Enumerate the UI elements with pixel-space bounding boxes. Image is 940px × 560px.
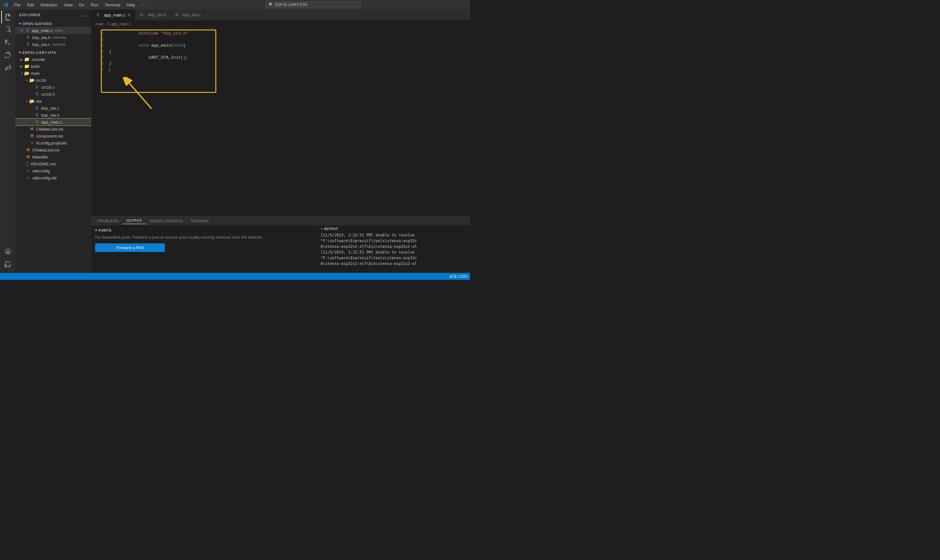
menu-file[interactable]: File bbox=[11, 2, 23, 8]
c-icon: C bbox=[34, 84, 40, 90]
folder-crc16[interactable]: ▾ 📂 crc16 bbox=[15, 77, 91, 84]
file-sdkconfig[interactable]: ≡ sdkconfig bbox=[15, 167, 91, 174]
sidebar-header: EXPLORER ... bbox=[15, 9, 91, 20]
code-line-1: 1 #include "bsp_ota.h" bbox=[91, 31, 470, 37]
chevron-down-icon: ▾ bbox=[24, 100, 29, 103]
chevron-down-icon: ▾ bbox=[19, 22, 21, 26]
menu-edit[interactable]: Edit bbox=[25, 2, 37, 8]
file-makefile[interactable]: M Makefile bbox=[15, 153, 91, 160]
search-bar[interactable]: 🔍 ESP32-UART-OTA bbox=[266, 1, 361, 8]
tab-terminal[interactable]: TERMINAL bbox=[186, 218, 213, 224]
open-editor-app-main[interactable]: ✕ C app_main.c main bbox=[15, 27, 91, 34]
vscode-logo bbox=[3, 2, 9, 8]
c-file-icon: C bbox=[25, 28, 31, 33]
tab-bar: C app_main.c ✕ C bsp_ota.h C bsp_ota.c bbox=[91, 9, 470, 21]
output-line-2: "F:\software\Espressif\tools\xtensa-esp3… bbox=[321, 238, 467, 244]
file-readme[interactable]: i README.md bbox=[15, 160, 91, 167]
tab-close-button[interactable]: ✕ bbox=[127, 12, 131, 17]
open-editor-bsp-ota-h[interactable]: C bsp_ota.h main\ota bbox=[15, 34, 91, 41]
menu-selection[interactable]: Selection bbox=[38, 2, 60, 8]
file-bsp-ota-c[interactable]: C bsp_ota.c bbox=[15, 105, 91, 112]
menu-help[interactable]: Help bbox=[124, 2, 138, 8]
tab-app-main-c[interactable]: C app_main.c ✕ bbox=[91, 9, 135, 20]
code-editor[interactable]: 1 #include "bsp_ota.h" 2 3 void app_main… bbox=[91, 28, 470, 216]
code-line-7: 7 bbox=[91, 66, 470, 72]
folder-icon: 📂 bbox=[29, 98, 35, 104]
output-line-3: 0\xtensa-esp32s2-elf\bin\xtensa-esp32s2-… bbox=[321, 244, 467, 249]
close-icon[interactable]: ✕ bbox=[20, 28, 23, 33]
output-line-5: "F:\software\Espressif\tools\xtensa-esp3… bbox=[321, 255, 467, 261]
activity-settings[interactable] bbox=[1, 258, 14, 270]
back-arrow[interactable]: ← bbox=[139, 2, 146, 8]
c-icon: C bbox=[34, 105, 40, 111]
activity-source-control[interactable] bbox=[1, 36, 14, 49]
menu-go[interactable]: Go bbox=[76, 2, 87, 8]
c-icon: C bbox=[174, 12, 179, 18]
file-cmakelists-main[interactable]: M CMakeLists.txt bbox=[15, 126, 91, 132]
file-kconfig-projbuild[interactable]: ≡ Kconfig.projbuild bbox=[15, 140, 91, 146]
folder-icon: 📂 bbox=[29, 78, 35, 83]
activity-accounts[interactable] bbox=[1, 245, 14, 258]
folder-ota[interactable]: ▾ 📂 ota bbox=[15, 98, 91, 105]
file-crc16-h[interactable]: C crc16.h bbox=[15, 91, 91, 98]
folder-main[interactable]: ▾ 📂 main bbox=[15, 70, 91, 77]
menu-run[interactable]: Run bbox=[88, 2, 101, 8]
file-crc16-c[interactable]: C crc16.c bbox=[15, 84, 91, 91]
folder-icon: 📂 bbox=[24, 71, 29, 76]
tab-problems[interactable]: PROBLEMS bbox=[94, 218, 122, 224]
ports-panel: ▾ PORTS No forwarded ports. Forward a po… bbox=[91, 226, 318, 273]
tab-bsp-ota-h[interactable]: C bsp_ota.h bbox=[135, 9, 170, 20]
forward-arrow[interactable]: → bbox=[148, 2, 156, 8]
activity-extensions[interactable] bbox=[1, 62, 14, 74]
chevron-down-icon: ▾ bbox=[95, 228, 97, 232]
c-file-icon: C bbox=[25, 35, 31, 40]
chevron-right-icon: ▶ bbox=[19, 58, 24, 61]
sidebar-more-button[interactable]: ... bbox=[82, 12, 88, 18]
file-cmakelists-root[interactable]: M CMakeLists.txt bbox=[15, 146, 91, 153]
chevron-down-icon: ▾ bbox=[24, 78, 29, 82]
forward-port-button[interactable]: Forward a Port bbox=[95, 243, 165, 252]
tab-debug-console[interactable]: DEBUG CONSOLE bbox=[146, 218, 187, 224]
activity-explorer[interactable] bbox=[1, 11, 14, 23]
eq-icon: ≡ bbox=[25, 168, 31, 174]
menu-view[interactable]: View bbox=[61, 2, 75, 8]
folder-build[interactable]: ▶ 📁 build bbox=[15, 63, 91, 70]
tab-output[interactable]: OUTPUT bbox=[122, 217, 146, 224]
tab-bsp-ota-c[interactable]: C bsp_ota.c bbox=[170, 9, 205, 20]
activity-bar bbox=[0, 9, 15, 273]
file-component-mk[interactable]: M component.mk bbox=[15, 132, 91, 140]
search-icon: 🔍 bbox=[269, 3, 273, 7]
open-editors-section[interactable]: ▾ OPEN EDITORS bbox=[15, 20, 91, 27]
file-app-main-c[interactable]: C app_main.c bbox=[15, 118, 91, 126]
output-line-1: [11/5/2023, 1:22:51 PM] Unable to resolv… bbox=[321, 232, 467, 238]
chevron-right-icon: ▶ bbox=[19, 65, 24, 68]
activity-search[interactable] bbox=[1, 23, 14, 36]
project-section[interactable]: ▾ ESP32-UART-OTA bbox=[15, 49, 91, 56]
chevron-down-icon: ▾ bbox=[19, 51, 21, 54]
c-icon: C bbox=[139, 12, 145, 18]
status-bar: 好冻 CSDN bbox=[0, 273, 470, 280]
file-bsp-ota-h[interactable]: C bsp_ota.h bbox=[15, 112, 91, 118]
open-editor-bsp-ota-c[interactable]: C bsp_ota.c main\ota bbox=[15, 41, 91, 48]
m-icon: M bbox=[29, 133, 35, 139]
menu-terminal[interactable]: Terminal bbox=[102, 2, 123, 8]
output-panel: ▾ OUTPUT [11/5/2023, 1:22:51 PM] Unable … bbox=[318, 226, 470, 273]
folder-icon: 📁 bbox=[24, 64, 29, 69]
c-icon: C bbox=[34, 119, 40, 125]
c-file-icon: C bbox=[25, 42, 31, 47]
file-sdkconfig-old[interactable]: ≡ sdkconfig.old bbox=[15, 174, 91, 181]
search-text: ESP32-UART-OTA bbox=[275, 3, 307, 7]
editor-area: C app_main.c ✕ C bsp_ota.h C bsp_ota.c m… bbox=[91, 9, 470, 273]
activity-run[interactable] bbox=[1, 49, 14, 62]
m-icon: M bbox=[25, 147, 31, 153]
svg-line-1 bbox=[129, 83, 152, 109]
bottom-panel: PROBLEMS OUTPUT DEBUG CONSOLE TERMINAL ▾… bbox=[91, 216, 470, 273]
m-icon: M bbox=[29, 126, 35, 132]
eq-icon: ≡ bbox=[25, 175, 31, 181]
h-icon: C bbox=[34, 91, 40, 97]
chevron-down-icon: ▾ bbox=[19, 72, 24, 75]
status-csdn: 好冻 CSDN bbox=[450, 274, 467, 279]
folder-vscode[interactable]: ▶ 📁 .vscode bbox=[15, 56, 91, 63]
output-line-6: 0\xtensa-esp32s2-elf\bin\xtensa-esp32s2-… bbox=[321, 261, 467, 266]
chevron-down-icon: ▾ bbox=[321, 227, 323, 231]
